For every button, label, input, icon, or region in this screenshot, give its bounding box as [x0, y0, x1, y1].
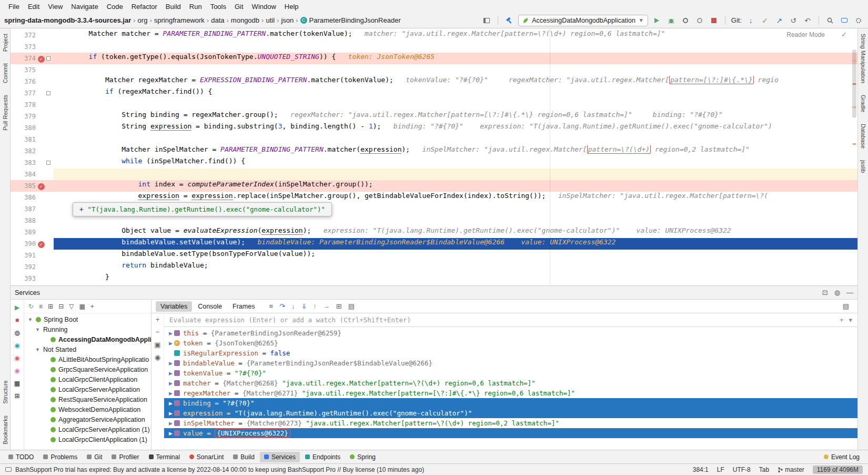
tool-stripe-gradle[interactable]: Gradle [860, 95, 866, 112]
remove-watch-icon[interactable]: − [156, 328, 160, 336]
code-editor[interactable]: 372 Matcher matcher = PARAMETER_BINDING_… [11, 28, 857, 285]
editor-line[interactable]: 383 while (inSpelMatcher.find()) { [11, 157, 857, 169]
tree-item[interactable]: LocalGrpcClientApplication [24, 374, 151, 384]
git-rollback-icon[interactable]: ↶ [802, 15, 813, 26]
run-icon[interactable]: ▶ [15, 304, 19, 311]
indent-style[interactable]: Tab [759, 466, 769, 473]
menu-run[interactable]: Run [185, 2, 206, 12]
chevron-icon[interactable]: ▶ [167, 361, 174, 366]
tree-item[interactable]: AggregatorServiceApplication [24, 414, 151, 424]
variable-row[interactable]: ▶matcher = {Matcher@6268} "java.util.reg… [164, 378, 857, 388]
add-tab-icon[interactable]: ⊞ [14, 392, 19, 400]
chevron-icon[interactable]: ▼ [35, 347, 41, 352]
menu-window[interactable]: Window [248, 2, 280, 12]
filter-icon[interactable]: ▽ [69, 303, 74, 310]
editor-line[interactable]: 376 Matcher regexMatcher = EXPRESSION_BI… [11, 76, 857, 87]
breakpoint-icon[interactable]: ✓ [38, 56, 45, 63]
menu-tools[interactable]: Tools [206, 2, 230, 12]
endpoints-icon[interactable]: ◉ [14, 354, 19, 362]
tool-stripe-jsslib[interactable]: jsslib [860, 160, 866, 173]
toolwindow-button-git[interactable]: Git [83, 452, 106, 462]
editor-line[interactable]: 391 bindableValue.setType(bsonTypeForVal… [11, 250, 857, 261]
tree-item[interactable]: LocalGrpcServerApplication (1) [24, 424, 151, 434]
menu-code[interactable]: Code [103, 2, 127, 12]
chevron-icon[interactable]: ▶ [167, 391, 174, 396]
debug-button[interactable] [666, 15, 677, 26]
services-header[interactable]: Services ⊡◍— [11, 286, 857, 300]
menu-navigate[interactable]: Navigate [67, 2, 102, 12]
toolwindow-button-eventlog[interactable]: Event Log [820, 452, 864, 462]
menu-git[interactable]: Git [230, 2, 248, 12]
menu-build[interactable]: Build [162, 2, 185, 12]
tab-variables[interactable]: Variables [156, 301, 192, 312]
variable-row[interactable]: ▶this = {ParameterBindingJsonReader@6259… [164, 328, 857, 338]
expand-all-icon[interactable]: ⊞ [48, 303, 53, 310]
variable-row[interactable]: ▶binding = "?#{?0}" [164, 398, 857, 408]
view-options-icon[interactable]: ≡ [39, 303, 43, 310]
editor-line[interactable]: 392 return bindableValue; [11, 261, 857, 273]
breadcrumb-item[interactable]: org [138, 16, 148, 24]
git-push-icon[interactable]: ↗ [774, 15, 784, 26]
git-branch[interactable]: master [778, 466, 804, 473]
editor-line[interactable]: 373 [11, 41, 857, 53]
chevron-icon[interactable]: ▼ [27, 317, 33, 322]
memory-indicator[interactable]: 1169 of 4096M [813, 466, 863, 474]
toolwindow-button-services[interactable]: Services [260, 452, 300, 462]
editor-line[interactable]: 388 [11, 215, 857, 226]
menu-help[interactable]: Help [280, 2, 303, 12]
editor-line[interactable]: 374✓ if (token.getType().equals(JsonToke… [11, 53, 857, 64]
editor-line[interactable]: 382 Matcher inSpelMatcher = PARAMETER_BI… [11, 145, 857, 157]
toolwindow-button-problems[interactable]: Problems [39, 452, 82, 462]
view-options-icon[interactable]: ▤ [348, 302, 355, 310]
editor-line[interactable]: 372 Matcher matcher = PARAMETER_BINDING_… [11, 29, 857, 41]
screen-share-icon[interactable] [839, 15, 850, 26]
search-icon[interactable] [825, 15, 835, 26]
variable-row[interactable]: ▶bindableValue = {ParameterBindingJsonRe… [164, 358, 857, 368]
expand-editor-icon[interactable]: ▾ [849, 316, 852, 324]
stop-button[interactable] [709, 15, 719, 26]
profiler-button[interactable] [694, 15, 705, 26]
tree-item[interactable]: ▼Not Started [24, 344, 151, 354]
variable-row[interactable]: ▶inSpelMatcher = {Matcher@6273} "java.ut… [164, 418, 857, 428]
build-hammer-icon[interactable] [504, 15, 514, 26]
chevron-icon[interactable]: ▶ [167, 431, 174, 436]
breadcrumb-item[interactable]: mongodb [231, 16, 259, 24]
add-watch-icon[interactable]: + [156, 315, 160, 323]
add-watch-icon[interactable]: + [79, 205, 84, 213]
layout-settings-icon[interactable]: ▤ [843, 302, 849, 310]
git-update-icon[interactable]: ↓ [745, 15, 756, 26]
chevron-icon[interactable]: ▶ [167, 421, 174, 426]
breadcrumb-item[interactable]: spring-data-mongodb-3.3.4-sources.jar [4, 16, 131, 24]
tree-item[interactable]: RestSquareServiceApplication [24, 394, 151, 404]
tree-item[interactable]: ▼Running [24, 324, 151, 334]
toolwindow-button-spring[interactable]: Spring [346, 452, 380, 462]
toolwindow-button-terminal[interactable]: Terminal [145, 452, 184, 462]
breakpoint-icon[interactable]: ✓ [38, 241, 45, 248]
reader-mode-label[interactable]: Reader Mode [786, 31, 825, 38]
warning-stripe-mark[interactable] [853, 143, 856, 145]
tree-item[interactable]: AccessingDataMongodbApplic [24, 334, 151, 344]
step-over-icon[interactable]: ↷ [279, 302, 285, 310]
tool-stripe-pull-requests[interactable]: Pull Requests [2, 95, 8, 131]
status-message[interactable]: BashSupport Pro trial has expired: Buy a… [15, 466, 424, 473]
editor-line[interactable]: 385✓ int index = computeParameterIndex(i… [11, 180, 857, 192]
add-service-icon[interactable]: + [90, 303, 94, 310]
editor-line[interactable]: 377 if (regexMatcher.find()) { [11, 87, 857, 99]
new-watch-icon[interactable]: + [840, 316, 844, 324]
evaluate-input[interactable]: Evaluate expression (Enter) or add a wat… [169, 316, 411, 324]
run-config-select[interactable]: AccessingDataMongodbApplication ▼ [518, 15, 648, 26]
float-window-icon[interactable]: ⊡ [822, 289, 828, 296]
stop-icon[interactable]: ■ [15, 316, 19, 324]
breadcrumb-item[interactable]: util [266, 16, 275, 24]
variable-row[interactable]: ▶regexMatcher = {Matcher@6271} "java.uti… [164, 388, 857, 398]
menu-refactor[interactable]: Refactor [127, 2, 162, 12]
fold-icon[interactable] [46, 161, 51, 165]
warning-stripe-mark[interactable] [853, 60, 856, 62]
refresh-icon[interactable]: ↻ [28, 303, 34, 310]
tree-item[interactable]: GrpcSquareServiceApplication [24, 364, 151, 374]
tree-item[interactable]: ALittleBitAboutSpringApplicatio [24, 354, 151, 364]
editor-line[interactable]: 384 [11, 169, 857, 180]
variable-row[interactable]: ▶Ptoken = {JsonToken@6265} [164, 338, 857, 348]
variable-row[interactable]: isRegularExpression = false [164, 348, 857, 358]
toolwindow-button-build[interactable]: Build [229, 452, 259, 462]
